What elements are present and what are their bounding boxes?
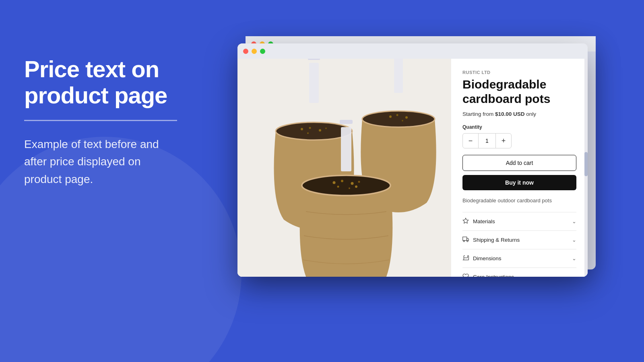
price-prefix: Starting from	[462, 111, 495, 117]
svg-rect-31	[340, 120, 353, 124]
svg-rect-30	[341, 127, 351, 171]
svg-point-6	[325, 128, 327, 129]
svg-point-3	[301, 128, 303, 130]
accordion-shipping-chevron: ⌄	[572, 237, 576, 243]
browser-titlebar	[237, 43, 588, 59]
shipping-icon	[462, 236, 469, 244]
svg-point-4	[309, 127, 311, 129]
quantity-label: Quantity	[462, 124, 576, 130]
scrollbar-thumb[interactable]	[584, 152, 588, 176]
accordion-dimensions-label: Dimensions	[473, 255, 502, 261]
svg-point-36	[467, 240, 468, 241]
svg-point-25	[358, 181, 360, 183]
subtitle: Example of text before andafter price di…	[24, 136, 201, 188]
svg-point-15	[405, 116, 408, 119]
price-value: $10.00 USD	[495, 111, 525, 117]
buy-now-button[interactable]: Buy it now	[462, 175, 576, 190]
svg-rect-10	[308, 59, 320, 60]
title-divider	[24, 120, 177, 121]
browser-window: RUSTIC LTD Biodegradablecardboard pots S…	[237, 43, 588, 277]
svg-point-23	[341, 180, 343, 182]
traffic-light-yellow	[252, 49, 257, 54]
svg-point-26	[337, 186, 339, 188]
svg-point-28	[355, 185, 357, 188]
svg-rect-9	[309, 63, 319, 103]
product-title: Biodegradablecardboard pots	[462, 77, 576, 106]
quantity-decrease-button[interactable]: −	[463, 134, 478, 148]
accordion-shipping-label: Shipping & Returns	[473, 237, 520, 243]
svg-point-7	[307, 132, 309, 134]
accordion-materials-chevron: ⌄	[572, 218, 576, 224]
add-to-cart-button[interactable]: Add to cart	[462, 155, 576, 171]
accordion-dimensions-chevron: ⌄	[572, 255, 576, 261]
main-title: Price text onproduct page	[24, 56, 201, 109]
svg-point-35	[463, 240, 464, 241]
product-info-panel: RUSTIC LTD Biodegradablecardboard pots S…	[451, 59, 588, 277]
accordion-dimensions[interactable]: Dimensions ⌄	[462, 249, 576, 267]
product-image-svg	[237, 59, 451, 277]
accordion-care-chevron: ⌄	[572, 274, 576, 277]
accordion-care[interactable]: Care Instructions ⌄	[462, 267, 576, 277]
svg-point-16	[402, 120, 403, 121]
traffic-light-green	[260, 49, 265, 54]
price-suffix: only	[525, 111, 537, 117]
svg-point-13	[389, 115, 392, 118]
product-image-area	[237, 59, 451, 277]
svg-rect-33	[463, 237, 467, 241]
care-icon	[462, 273, 469, 277]
price-text: Starting from $10.00 USD only	[462, 111, 576, 117]
accordion-materials-label: Materials	[473, 218, 495, 224]
svg-point-5	[319, 129, 321, 132]
quantity-control: − 1 +	[462, 133, 512, 148]
product-description: Biodegradable outdoor cardboard pots	[462, 197, 576, 205]
svg-point-27	[349, 187, 350, 189]
svg-point-24	[351, 182, 354, 185]
browser-content: RUSTIC LTD Biodegradablecardboard pots S…	[237, 59, 588, 277]
accordion-materials[interactable]: Materials ⌄	[462, 212, 576, 230]
dimensions-icon	[462, 255, 469, 262]
left-panel: Price text onproduct page Example of tex…	[0, 0, 225, 362]
accordion-shipping[interactable]: Shipping & Returns ⌄	[462, 230, 576, 249]
svg-marker-34	[467, 238, 469, 240]
svg-marker-32	[463, 218, 468, 223]
svg-rect-18	[394, 59, 403, 93]
traffic-light-red	[243, 49, 248, 54]
brand-name: RUSTIC LTD	[462, 70, 576, 75]
quantity-value: 1	[478, 134, 496, 148]
materials-icon	[462, 218, 469, 225]
svg-point-22	[333, 181, 336, 184]
scrollbar[interactable]	[584, 59, 588, 277]
svg-point-14	[396, 114, 398, 116]
quantity-increase-button[interactable]: +	[496, 134, 511, 148]
accordion-care-label: Care Instructions	[473, 274, 514, 277]
